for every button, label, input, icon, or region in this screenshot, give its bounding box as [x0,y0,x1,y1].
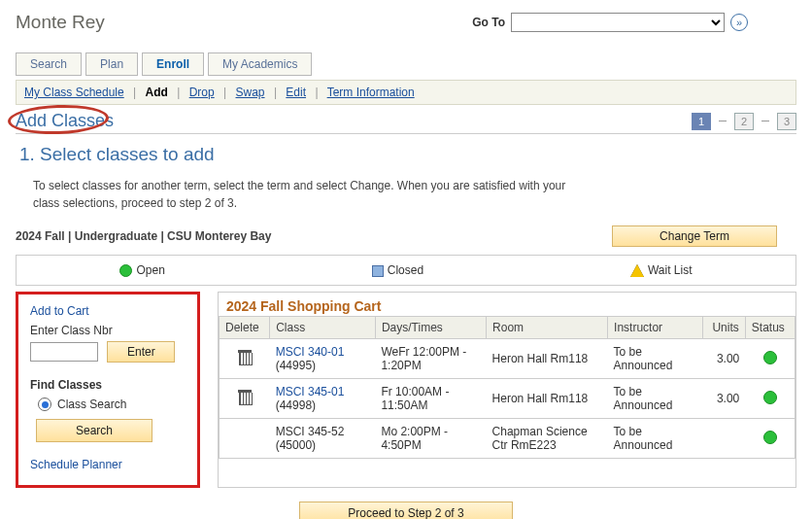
class-text: MSCI 345-52 [276,425,345,438]
trash-icon[interactable] [238,350,252,365]
table-row: MSCI 345-52(45000)Mo 2:00PM - 4:50PMChap… [220,419,795,459]
add-to-cart-heading: Add to Cart [30,304,186,318]
shopping-cart-title: 2024 Fall Shopping Cart [219,293,795,316]
schedule-planner-link[interactable]: Schedule Planner [30,458,186,471]
cell-room: Chapman Science Ctr RmE223 [487,419,608,459]
table-row: MSCI 340-01(44995)WeFr 12:00PM - 1:20PMH… [220,339,795,379]
open-icon [119,264,132,277]
tab-my-academics[interactable]: My Academics [208,52,312,76]
double-chevron-right-icon: » [736,17,742,28]
class-search-radio[interactable] [38,398,51,411]
col-class: Class [270,317,376,339]
cell-daystimes: Mo 2:00PM - 4:50PM [375,419,486,459]
tab-enroll[interactable]: Enroll [142,52,204,76]
goto-label: Go To [472,16,505,29]
change-term-button[interactable]: Change Term [612,225,777,247]
enter-button[interactable]: Enter [107,341,175,363]
subnav-drop[interactable]: Drop [189,86,215,99]
subnav-add[interactable]: Add [146,86,168,99]
col-daystimes: Days/Times [375,317,486,339]
cell-instructor: To be Announced [608,379,703,419]
proceed-button[interactable]: Proceed to Step 2 of 3 [299,502,513,519]
closed-icon [372,265,384,277]
cell-instructor: To be Announced [608,419,703,459]
subnav-term-information[interactable]: Term Information [327,86,415,99]
step-1: 1 [692,113,711,130]
term-label: 2024 Fall | Undergraduate | CSU Monterey… [16,229,612,243]
class-nbr: (44998) [276,398,316,412]
status-open-icon [763,351,777,364]
tab-search[interactable]: Search [16,52,82,76]
col-delete: Delete [220,317,270,339]
legend-open: Open [136,263,164,277]
cell-units: 3.00 [702,379,745,419]
waitlist-icon [630,264,644,277]
add-to-cart-panel: Add to Cart Enter Class Nbr Enter Find C… [16,292,200,488]
step-2: 2 [734,113,754,130]
col-instructor: Instructor [608,317,703,339]
shopping-cart: 2024 Fall Shopping Cart Delete Class Day… [218,292,796,488]
status-legend: Open Closed Wait List [16,255,796,286]
intro-text: To select classes for another term, sele… [33,177,577,212]
col-room: Room [487,317,608,339]
subnav-swap[interactable]: Swap [236,86,265,99]
step-3: 3 [777,113,796,130]
class-nbr: (44995) [276,359,316,372]
top-tabs: Search Plan Enroll My Academics [16,52,796,76]
cell-room: Heron Hall Rm118 [487,339,608,379]
goto-go-button[interactable]: » [730,14,748,31]
subnav: My Class Schedule | Add | Drop | Swap | … [16,80,796,105]
class-search-radio-label: Class Search [57,398,126,411]
step-indicator: 1 2 3 [692,113,796,130]
status-open-icon [763,431,777,444]
page-title: Add Classes [16,111,114,130]
status-open-icon [763,391,777,404]
class-link[interactable]: MSCI 340-01 [276,345,345,359]
goto-select[interactable] [511,13,725,32]
col-units: Units [702,317,745,339]
col-status: Status [745,317,795,339]
table-row: MSCI 345-01(44998)Fr 10:00AM - 11:50AMHe… [220,379,795,419]
cell-units: 3.00 [702,339,745,379]
cell-instructor: To be Announced [608,339,703,379]
tab-plan[interactable]: Plan [85,52,138,76]
cell-daystimes: Fr 10:00AM - 11:50AM [375,379,486,419]
cell-room: Heron Hall Rm118 [487,379,608,419]
class-link[interactable]: MSCI 345-01 [276,385,345,398]
cell-daystimes: WeFr 12:00PM - 1:20PM [375,339,486,379]
subnav-my-class-schedule[interactable]: My Class Schedule [24,86,124,99]
find-classes-heading: Find Classes [30,378,186,392]
section-heading: 1. Select classes to add [19,144,796,165]
enter-class-nbr-label: Enter Class Nbr [30,324,186,337]
trash-icon[interactable] [238,390,252,405]
cell-units [702,419,745,459]
legend-closed: Closed [388,263,423,277]
subnav-edit[interactable]: Edit [286,86,306,99]
class-nbr: (45000) [276,438,316,452]
legend-waitlist: Wait List [648,263,693,277]
user-name: Monte Rey [16,12,105,33]
class-nbr-input[interactable] [30,342,98,362]
search-button[interactable]: Search [36,419,152,442]
